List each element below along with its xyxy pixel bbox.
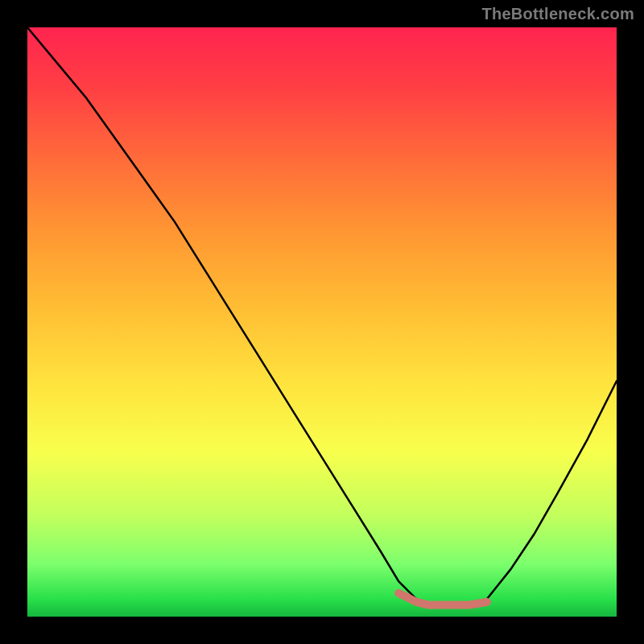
chart-svg <box>27 27 617 617</box>
plot-area <box>27 27 617 617</box>
watermark-text: TheBottleneck.com <box>481 5 634 23</box>
chart-frame: TheBottleneck.com <box>0 0 644 644</box>
bottleneck-curve-path <box>27 27 617 605</box>
